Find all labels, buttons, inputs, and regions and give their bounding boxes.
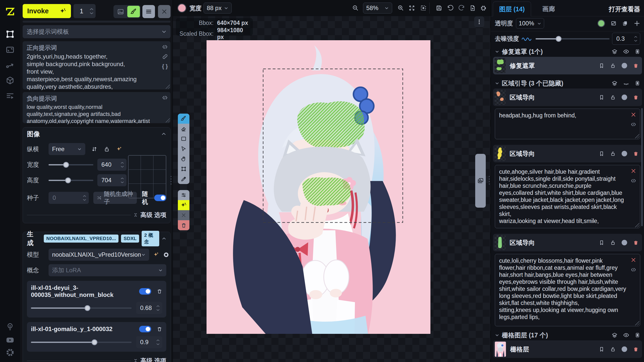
regional-prompt-input[interactable]: cute,ahoge,silver hair,blue hair,gradien… bbox=[499, 168, 627, 225]
open-viewer-link[interactable]: 打开查看器 bbox=[609, 5, 640, 13]
lora-weight-input[interactable]: 0.68 bbox=[136, 302, 162, 314]
seed-input[interactable]: 0 bbox=[49, 192, 89, 204]
layers-icon[interactable] bbox=[612, 80, 618, 86]
layer-row-regional-2[interactable]: 区域导向 bbox=[493, 145, 642, 162]
layers-icon[interactable] bbox=[612, 332, 618, 338]
layer-color-dot[interactable] bbox=[622, 346, 627, 352]
sidebar-item-canvas[interactable] bbox=[0, 27, 20, 41]
canvas-artwork[interactable] bbox=[207, 40, 430, 334]
tool-brush[interactable] bbox=[178, 114, 189, 124]
brush-width-select[interactable]: 88 px bbox=[204, 3, 232, 14]
sidebar-item-models[interactable] bbox=[0, 73, 20, 87]
textarea-resize-handle[interactable] bbox=[634, 133, 639, 138]
layer-color-dot[interactable] bbox=[622, 240, 627, 245]
bookmark-button[interactable] bbox=[599, 240, 604, 245]
remove-prompt-icon[interactable] bbox=[631, 112, 636, 117]
lora-weight-slider[interactable] bbox=[31, 336, 132, 348]
canvas-mode-button[interactable] bbox=[127, 6, 140, 17]
denoise-input[interactable]: 0.3 bbox=[612, 33, 640, 45]
viewer-mode-button[interactable] bbox=[114, 6, 127, 17]
tab-layers[interactable]: 图层 (14) bbox=[493, 2, 531, 16]
sidebar-item-queue[interactable] bbox=[0, 89, 20, 103]
duplicate-layer-button[interactable] bbox=[622, 20, 628, 26]
lora-enabled-toggle[interactable] bbox=[139, 288, 151, 295]
zoom-in-button[interactable] bbox=[396, 3, 406, 13]
regional-section-header[interactable]: 区域引导 (3 个已隐藏) bbox=[491, 79, 644, 87]
sidebar-item-tips[interactable] bbox=[0, 320, 20, 334]
denoise-steppers[interactable] bbox=[634, 36, 637, 42]
tool-rectangle[interactable] bbox=[178, 134, 189, 144]
redo-button[interactable] bbox=[457, 3, 467, 13]
tab-gallery[interactable]: 画廊 bbox=[534, 2, 564, 16]
sidebar-item-upscale[interactable] bbox=[0, 43, 20, 57]
lora-delete-button[interactable] bbox=[157, 289, 162, 294]
panel-resize-handle[interactable] bbox=[489, 176, 490, 185]
code-brackets-icon[interactable] bbox=[630, 121, 636, 127]
layer-color-dot[interactable] bbox=[622, 151, 627, 156]
aspect-select[interactable]: Free bbox=[49, 143, 85, 155]
invoke-logo-icon[interactable] bbox=[0, 6, 20, 18]
fit-layer-button[interactable] bbox=[611, 20, 617, 26]
regional-prompt-input[interactable]: cute,loli,cherry blossoms,hair flower,pi… bbox=[499, 257, 627, 324]
tool-select[interactable] bbox=[178, 144, 189, 154]
tool-pan[interactable] bbox=[178, 154, 189, 164]
code-brackets-icon[interactable] bbox=[162, 44, 168, 50]
layers-scrollbar[interactable] bbox=[641, 108, 643, 226]
code-brackets-icon[interactable] bbox=[630, 267, 636, 273]
fit-bbox-button[interactable] bbox=[418, 3, 428, 13]
batch-count-steppers[interactable] bbox=[90, 8, 94, 14]
regional-prompt-input[interactable]: headpat,hug,hug from behind, bbox=[499, 112, 627, 136]
bookmark-button[interactable] bbox=[599, 63, 604, 68]
eye-icon[interactable] bbox=[623, 332, 629, 338]
zoom-out-button[interactable] bbox=[350, 3, 360, 13]
denoise-slider[interactable] bbox=[536, 33, 610, 45]
eye-icon[interactable] bbox=[623, 49, 629, 55]
brush-color-swatch[interactable] bbox=[177, 4, 186, 13]
bookmark-button[interactable] bbox=[599, 95, 604, 100]
canvas-menu-button[interactable] bbox=[142, 5, 155, 18]
prompt-template-select[interactable]: 选择提示词模板 bbox=[23, 25, 171, 38]
add-lora-select[interactable]: 添加 LoRA bbox=[49, 264, 166, 276]
delete-layer-button[interactable] bbox=[633, 347, 638, 352]
close-panel-button[interactable] bbox=[158, 5, 171, 18]
sidebar-item-youtube[interactable] bbox=[0, 333, 20, 347]
lora-weight-input[interactable]: 0.9 bbox=[136, 336, 162, 348]
layer-row-raster[interactable]: 栅格层 bbox=[493, 340, 642, 358]
textarea-resize-handle[interactable] bbox=[165, 117, 170, 122]
lora-enabled-toggle[interactable] bbox=[139, 326, 151, 332]
tool-delete[interactable] bbox=[178, 220, 189, 230]
fit-view-button[interactable] bbox=[407, 3, 417, 13]
lock-button[interactable] bbox=[610, 151, 616, 156]
height-input[interactable]: 704 bbox=[97, 174, 127, 186]
lora-weight-slider[interactable] bbox=[31, 302, 132, 314]
layer-row-regional-3[interactable]: 区域导向 bbox=[493, 234, 642, 251]
layers-icon[interactable] bbox=[612, 49, 618, 55]
tool-cancel[interactable] bbox=[178, 210, 189, 220]
tool-adjustments[interactable] bbox=[178, 190, 189, 200]
bookmark-button[interactable] bbox=[599, 151, 604, 156]
braces-icon[interactable]: { } bbox=[162, 63, 168, 70]
generation-panel-header[interactable]: 生成 NOOBAIXLNAIXL_VPRED10... SDXL 2 概念 bbox=[23, 232, 170, 245]
height-steppers[interactable] bbox=[120, 177, 124, 183]
random-seed-toggle[interactable] bbox=[154, 195, 166, 201]
seed-steppers[interactable] bbox=[83, 195, 86, 201]
delete-layer-button[interactable] bbox=[633, 240, 638, 245]
textarea-resize-handle[interactable] bbox=[165, 84, 170, 89]
canvas-workspace[interactable]: 宽度 88 px 58% bbox=[173, 0, 491, 362]
invoke-button[interactable]: Invoke bbox=[23, 4, 71, 18]
width-input[interactable]: 640 bbox=[97, 159, 127, 171]
layer-color-dot[interactable] bbox=[622, 95, 627, 100]
lock-button[interactable] bbox=[610, 63, 616, 68]
zoom-level-select[interactable]: 58% bbox=[363, 3, 392, 14]
tool-invoke-generate[interactable] bbox=[178, 200, 189, 210]
swap-dimensions-button[interactable] bbox=[91, 146, 97, 152]
layer-color-dot[interactable] bbox=[622, 63, 627, 68]
lock-aspect-button[interactable] bbox=[104, 146, 110, 152]
delete-layer-button[interactable] bbox=[633, 95, 638, 100]
tool-transform[interactable] bbox=[178, 164, 189, 174]
image-panel-header[interactable]: 图像 bbox=[23, 127, 170, 141]
eye-closed-icon[interactable] bbox=[623, 80, 629, 86]
device-frame-icon[interactable] bbox=[635, 49, 640, 55]
remove-prompt-icon[interactable] bbox=[631, 168, 636, 174]
lock-button[interactable] bbox=[610, 95, 616, 100]
